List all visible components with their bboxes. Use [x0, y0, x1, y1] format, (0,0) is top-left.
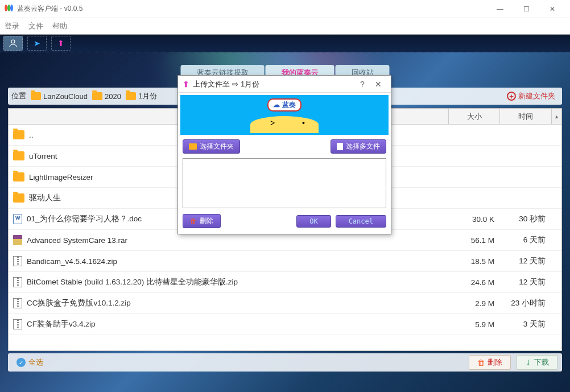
toolbar: ➤ ⬆: [0, 34, 570, 52]
location-label: 位置: [11, 91, 26, 101]
download-button[interactable]: ⤓ 下载: [517, 355, 557, 370]
table-row[interactable]: Bandicam_v4.5.4.1624.zip18.5 M12 天前: [9, 251, 561, 272]
close-button[interactable]: ✕: [539, 0, 565, 18]
file-time: 23 小时前: [500, 298, 551, 308]
bottom-bar: ✓ 全选 🗑 删除 ⤓ 下载: [8, 353, 562, 372]
folder-icon: [31, 92, 41, 100]
doc-icon: [13, 214, 22, 224]
svg-point-0: [11, 40, 15, 43]
trash-icon: 🗑: [477, 358, 485, 367]
dialog-ok-button[interactable]: OK: [296, 215, 331, 228]
dialog-file-list[interactable]: [183, 158, 386, 208]
file-size: 24.6 M: [449, 278, 500, 287]
folder-icon: [92, 92, 102, 100]
column-time[interactable]: 时间: [500, 109, 551, 124]
file-name: 驱动人生: [29, 193, 61, 203]
maximize-button[interactable]: ☐: [513, 0, 539, 18]
file-size: 30.0 K: [449, 215, 500, 224]
menu-file[interactable]: 文件: [28, 21, 43, 31]
file-size: 18.5 M: [449, 257, 500, 266]
arrow-icon: ⇨: [232, 80, 238, 88]
file-name: Advanced SystemCare 13.rar: [27, 236, 127, 245]
column-size[interactable]: 大小: [449, 109, 500, 124]
file-size: 56.1 M: [449, 236, 500, 245]
mascot-icon: [250, 116, 319, 133]
file-icon: [337, 143, 343, 150]
select-all-button[interactable]: ✓ 全选: [13, 356, 47, 369]
file-name: LightImageResizer: [29, 173, 93, 181]
file-name: CC换肤盒子免费版v10.1.2.zip: [27, 298, 131, 308]
file-time: 6 天前: [500, 235, 551, 245]
user-icon[interactable]: [3, 36, 23, 51]
select-files-button[interactable]: 选择多文件: [331, 139, 386, 154]
download-icon: ⤓: [525, 358, 531, 367]
trash-icon: 🗑: [190, 217, 197, 225]
upload-dialog: ⬆ 上传文件至 ⇨ 1月份 ? ✕ ☁ 蓝奏 选择文件夹 选择多文件 🗑: [177, 75, 391, 234]
menu-login[interactable]: 登录: [5, 21, 19, 31]
file-name: 01_为什么你需要学习人格？.doc: [27, 214, 142, 224]
zip-icon: [13, 298, 22, 308]
table-row[interactable]: CC换肤盒子免费版v10.1.2.zip2.9 M23 小时前: [9, 293, 561, 314]
file-time: 30 秒前: [500, 214, 551, 224]
breadcrumb-item[interactable]: LanZouCloud: [31, 92, 88, 101]
folder-icon: [189, 143, 197, 150]
scroll-up-icon[interactable]: ▴: [551, 109, 561, 124]
app-logo-icon: [5, 5, 14, 14]
rar-icon: [13, 235, 22, 245]
dialog-close-button[interactable]: ✕: [370, 80, 386, 89]
check-icon: ✓: [16, 358, 26, 367]
titlebar: 蓝奏云客户端 - v0.0.5 ― ☐ ✕: [0, 0, 570, 18]
file-name: uTorrent: [29, 152, 57, 160]
window-title: 蓝奏云客户端 - v0.0.5: [17, 4, 487, 14]
dialog-cancel-button[interactable]: Cancel: [336, 215, 386, 228]
file-time: 12 天前: [500, 277, 551, 287]
file-size: 2.9 M: [449, 299, 500, 308]
file-name: BitComet Stable (build 1.63.12.20) 比特彗星全…: [27, 277, 238, 287]
folder-icon: [13, 130, 24, 139]
plus-icon: +: [507, 92, 516, 101]
refresh-icon[interactable]: ➤: [27, 36, 47, 51]
new-folder-button[interactable]: + 新建文件夹: [503, 90, 559, 102]
breadcrumb-item[interactable]: 1月份: [126, 91, 157, 101]
file-name: CF装备助手v3.4.zip: [27, 319, 96, 329]
file-time: 12 天前: [500, 256, 551, 266]
file-size: 5.9 M: [449, 320, 500, 329]
file-name: ..: [29, 131, 34, 139]
content-area: 蓝奏云链接提取 我的蓝奏云 回收站 位置 LanZouCloud 2020 1月…: [0, 52, 570, 392]
dialog-delete-button[interactable]: 🗑 删除: [183, 214, 221, 228]
menubar: 登录 文件 帮助: [0, 18, 570, 34]
table-row[interactable]: CF装备助手v3.4.zip5.9 M3 天前: [9, 314, 561, 335]
breadcrumb-item[interactable]: 2020: [92, 92, 121, 101]
upload-arrow-icon: ⬆: [183, 80, 189, 89]
table-row[interactable]: BitComet Stable (build 1.63.12.20) 比特彗星全…: [9, 272, 561, 293]
zip-icon: [13, 256, 22, 266]
minimize-button[interactable]: ―: [487, 0, 513, 18]
file-name: Bandicam_v4.5.4.1624.zip: [27, 257, 117, 266]
menu-help[interactable]: 帮助: [52, 21, 67, 31]
select-folder-button[interactable]: 选择文件夹: [183, 139, 240, 154]
dialog-banner: ☁ 蓝奏: [180, 95, 389, 135]
dialog-titlebar: ⬆ 上传文件至 ⇨ 1月份 ? ✕: [178, 76, 391, 93]
zip-icon: [13, 319, 22, 329]
dialog-help-button[interactable]: ?: [354, 80, 370, 89]
file-time: 3 天前: [500, 319, 551, 329]
folder-icon: [126, 92, 136, 100]
folder-icon: [13, 193, 24, 203]
zip-icon: [13, 277, 22, 287]
folder-icon: [13, 151, 24, 160]
cloud-logo-icon: ☁ 蓝奏: [267, 98, 301, 112]
upload-icon[interactable]: ⬆: [51, 36, 71, 51]
folder-icon: [13, 172, 24, 181]
delete-button[interactable]: 🗑 删除: [469, 355, 511, 370]
